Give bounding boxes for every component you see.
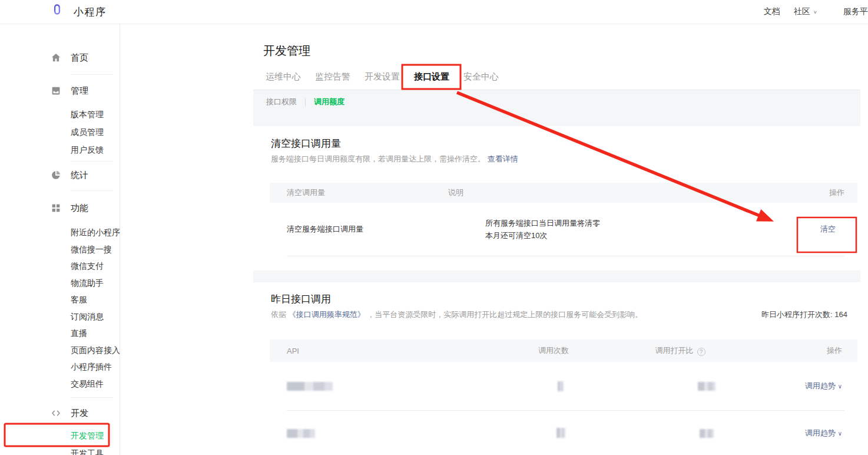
sidebar-item-version-management[interactable]: 版本管理: [71, 105, 120, 123]
chevron-down-icon: ∨: [838, 383, 842, 390]
section-gap: [253, 271, 860, 282]
sidebar-item-label: 功能: [71, 203, 88, 214]
sidebar-item-wechat-pay[interactable]: 微信支付: [71, 258, 120, 275]
sidebar-item-subscribe-message[interactable]: 订阅消息: [71, 308, 120, 325]
sidebar-divider: [71, 190, 113, 191]
miniprogram-logo-icon: [52, 4, 67, 19]
sidebar-item-wechat-search[interactable]: 微信搜一搜: [71, 241, 120, 258]
note-line-2: 本月还可清空10次: [485, 229, 707, 242]
subtab-bar: 接口权限 调用额度: [253, 90, 860, 126]
subtab-call-quota[interactable]: 调用额度: [314, 97, 344, 107]
sidebar-item-logistics-assistant[interactable]: 物流助手: [71, 275, 120, 292]
subtab-interface-permissions[interactable]: 接口权限: [266, 97, 297, 107]
tab-security-center[interactable]: 安全中心: [463, 71, 499, 83]
api-cell: [270, 428, 512, 437]
sidebar-item-development-tools[interactable]: 开发工具: [71, 444, 120, 455]
open-ratio-cell: [595, 428, 766, 437]
nav-docs[interactable]: 文档: [764, 6, 780, 17]
grid-icon: [51, 203, 61, 213]
sidebar-item-user-feedback[interactable]: 用户反馈: [71, 141, 120, 159]
redacted-open-ratio: [698, 382, 715, 391]
clear-row-note: 所有服务端接口当日调用量将清零 本月还可清空10次: [448, 217, 707, 242]
sidebar-item-development[interactable]: 开发: [51, 404, 120, 422]
column-header-action: 操作: [766, 345, 857, 356]
column-header-call-count: 调用次数: [512, 345, 595, 356]
section-title: 清空接口调用量: [271, 137, 341, 150]
chevron-down-icon: ∨: [813, 9, 817, 15]
logo-text: 小程序: [74, 5, 107, 19]
sidebar-item-page-content-access[interactable]: 页面内容接入: [71, 342, 120, 359]
sidebar-item-nearby-miniprograms[interactable]: 附近的小程序: [71, 224, 120, 241]
description-prefix: 依据: [271, 310, 286, 319]
main-tabs: 运维中心 监控告警 开发设置 接口设置 安全中心: [266, 71, 513, 83]
pie-chart-icon: [51, 170, 61, 180]
redacted-call-count: [558, 381, 564, 391]
clear-row-name: 清空服务端接口调用量: [270, 224, 448, 235]
redacted-call-count: [556, 428, 565, 438]
nav-community[interactable]: 社区 ∨: [794, 6, 817, 17]
clear-call-volume-card: 清空接口调用量 服务端接口每日调用额度有限，若调用量达上限，需操作清空。 查看详…: [253, 127, 860, 271]
sidebar: 首页 管理 版本管理 成员管理 用户反馈 统计 功能 附近的小程序 微信搜一搜 …: [0, 24, 120, 455]
column-header-api: API: [270, 347, 512, 355]
api-cell: [270, 381, 512, 391]
sidebar-item-label: 首页: [71, 52, 88, 64]
column-header-clear-volume: 清空调用量: [270, 187, 448, 198]
open-count-label: 昨日小程序打开次数:: [761, 310, 834, 319]
nav-community-label: 社区: [794, 6, 810, 17]
help-icon[interactable]: ?: [697, 348, 705, 356]
tab-operations-center[interactable]: 运维中心: [266, 71, 301, 83]
open-count-value: 164: [834, 310, 847, 319]
column-header-open-ratio: 调用打开比?: [595, 345, 766, 357]
column-header-note: 说明: [448, 187, 707, 198]
sidebar-item-label: 管理: [71, 85, 88, 97]
description-suffix: ，当平台资源受限时，实际调用打开比超过规定上限的接口服务可能会受到影响。: [367, 310, 642, 319]
sidebar-item-member-management[interactable]: 成员管理: [71, 123, 120, 141]
view-details-link[interactable]: 查看详情: [488, 154, 518, 163]
main-content: 开发管理 运维中心 监控告警 开发设置 接口设置 安全中心 接口权限 调用额度 …: [121, 24, 868, 455]
table-row: 调用趋势∨: [270, 362, 857, 410]
sidebar-item-features[interactable]: 功能: [51, 199, 120, 217]
tab-interface-settings[interactable]: 接口设置: [414, 71, 449, 83]
clear-button[interactable]: 清空: [820, 225, 836, 233]
yesterday-api-calls-card: 昨日接口调用 依据 《接口调用频率规范》 ，当平台资源受限时，实际调用打开比超过…: [253, 282, 860, 455]
section-title: 昨日接口调用: [271, 292, 331, 306]
top-nav: 文档 社区 ∨ 服务平: [764, 0, 868, 24]
code-icon: [51, 408, 61, 418]
redacted-api-name: [287, 382, 333, 391]
clear-row-action-cell: 清空: [707, 224, 857, 235]
sidebar-divider: [71, 397, 113, 398]
sidebar-item-live[interactable]: 直播: [71, 325, 120, 342]
call-count-cell: [512, 381, 595, 391]
note-line-1: 所有服务端接口当日调用量将清零: [485, 217, 707, 229]
call-trend-link[interactable]: 调用趋势∨: [805, 428, 842, 437]
sidebar-item-manage[interactable]: 管理: [51, 82, 120, 100]
subtab-divider: [305, 98, 306, 106]
table-row: 调用趋势∨: [270, 411, 857, 455]
action-cell: 调用趋势∨: [766, 381, 857, 391]
action-cell: 调用趋势∨: [766, 428, 857, 438]
sidebar-item-home[interactable]: 首页: [51, 49, 120, 67]
nav-service-platform[interactable]: 服务平: [843, 6, 868, 17]
table-header-row: API 调用次数 调用打开比? 操作: [270, 339, 857, 362]
frequency-spec-link[interactable]: 《接口调用频率规范》: [289, 310, 365, 319]
sidebar-item-development-management[interactable]: 开发管理: [71, 427, 120, 444]
tab-development-settings[interactable]: 开发设置: [365, 71, 400, 83]
sidebar-divider: [71, 161, 113, 161]
tab-monitor-alerts[interactable]: 监控告警: [315, 71, 350, 83]
description-text: 服务端接口每日调用额度有限，若调用量达上限，需操作清空。: [271, 154, 485, 163]
column-header-action: 操作: [707, 187, 857, 198]
sidebar-item-trade-component[interactable]: 交易组件: [71, 375, 120, 393]
row-divider: [287, 256, 844, 256]
sidebar-item-customer-service[interactable]: 客服: [71, 291, 120, 308]
page-title: 开发管理: [263, 43, 310, 59]
open-ratio-cell: [595, 381, 766, 391]
sidebar-item-label: 开发: [71, 408, 88, 419]
sidebar-item-miniprogram-plugin[interactable]: 小程序插件: [71, 358, 120, 375]
redacted-open-ratio: [700, 429, 714, 438]
chevron-down-icon: ∨: [838, 430, 842, 437]
section-description: 依据 《接口调用频率规范》 ，当平台资源受限时，实际调用打开比超过规定上限的接口…: [271, 309, 642, 320]
call-trend-link[interactable]: 调用趋势∨: [805, 381, 842, 390]
sidebar-item-statistics[interactable]: 统计: [51, 166, 120, 184]
call-count-cell: [512, 428, 595, 438]
miniprogram-logo[interactable]: 小程序: [52, 4, 107, 19]
